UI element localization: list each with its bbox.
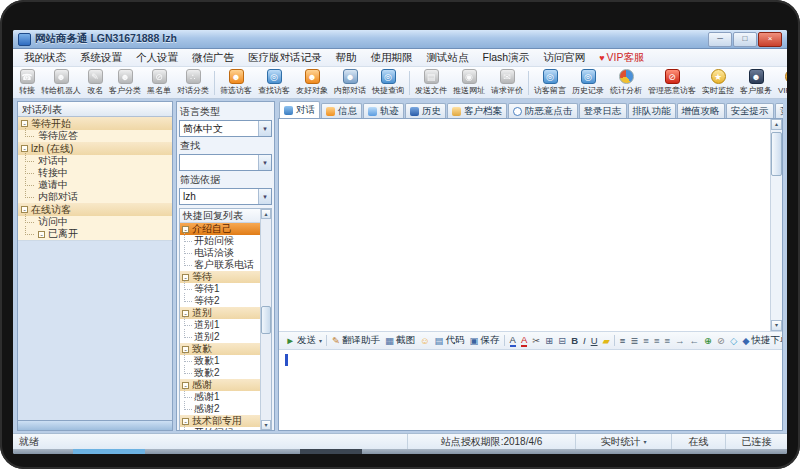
align-right-button[interactable]: ≡ bbox=[662, 335, 673, 346]
quick-reply-scrollbar[interactable]: ▴ ▾ bbox=[260, 209, 271, 430]
send-button[interactable]: ►发送▾ bbox=[283, 334, 324, 347]
tab-value-added[interactable]: 增值攻略 bbox=[677, 103, 725, 118]
dropdown-arrow-icon[interactable]: ▾ bbox=[258, 155, 271, 170]
reply-item[interactable]: 等待2 bbox=[180, 295, 261, 307]
message-input[interactable] bbox=[279, 350, 782, 430]
tree-item[interactable]: 访问中 bbox=[18, 216, 172, 228]
tab-history[interactable]: 历史 bbox=[405, 103, 446, 118]
indent-button[interactable]: → bbox=[673, 335, 688, 346]
tab-customer-file[interactable]: 客户档案 bbox=[447, 103, 507, 118]
reply-item[interactable]: 客户联系电话 bbox=[180, 259, 261, 271]
tab-login-log[interactable]: 登录日志 bbox=[579, 103, 627, 118]
dropdown-arrow-icon[interactable]: ▾ bbox=[258, 189, 271, 204]
reply-item[interactable]: 开始问候 bbox=[180, 427, 261, 430]
collapse-icon[interactable]: - bbox=[21, 120, 28, 127]
menu-test-site[interactable]: 测试站点 bbox=[420, 51, 476, 65]
reply-item[interactable]: 电话洽谈 bbox=[180, 247, 261, 259]
highlight-button[interactable]: ▰ bbox=[600, 335, 612, 346]
tab-track[interactable]: 轨迹 bbox=[363, 103, 404, 118]
history-records-button[interactable]: ◎历史记录 bbox=[570, 68, 606, 97]
emoji-button[interactable]: ☺ bbox=[417, 335, 432, 346]
cut-button[interactable]: ✂ bbox=[530, 335, 543, 346]
transfer-to-robot-button[interactable]: ☻转给机器人 bbox=[39, 68, 83, 97]
tab-info[interactable]: 信息 bbox=[321, 103, 362, 118]
outdent-button[interactable]: ← bbox=[687, 335, 702, 346]
request-rating-button[interactable]: ✉请求评价 bbox=[489, 68, 525, 97]
collapse-icon[interactable]: - bbox=[21, 206, 28, 213]
screenshot-button[interactable]: ▦截图 bbox=[382, 334, 417, 347]
filter-select[interactable]: lzh ▾ bbox=[179, 188, 272, 205]
dropdown-arrow-icon[interactable]: ▾ bbox=[319, 337, 322, 344]
tab-security-tips[interactable]: 安全提示 bbox=[726, 103, 774, 118]
reply-group[interactable]: -致歉 bbox=[180, 343, 261, 355]
tab-queue[interactable]: 排队功能 bbox=[628, 103, 676, 118]
transfer-button[interactable]: ☎转接 bbox=[17, 68, 37, 97]
collapse-icon[interactable]: - bbox=[182, 382, 189, 389]
align-center-button[interactable]: ≡ bbox=[651, 335, 662, 346]
scroll-up-icon[interactable]: ▴ bbox=[261, 209, 271, 219]
reply-item[interactable]: 道别2 bbox=[180, 331, 261, 343]
reply-item[interactable]: 致歉1 bbox=[180, 355, 261, 367]
chat-display[interactable]: ▴ ▾ bbox=[279, 119, 782, 331]
menu-usage-period[interactable]: 使用期限 bbox=[364, 51, 420, 65]
collapse-icon[interactable]: - bbox=[38, 231, 45, 238]
menu-medical-chat-log[interactable]: 医疗版对话记录 bbox=[241, 51, 329, 65]
scrollbar-thumb[interactable] bbox=[261, 306, 271, 334]
realtime-monitor-button[interactable]: ★实时监控 bbox=[700, 68, 736, 97]
close-button[interactable]: × bbox=[758, 32, 782, 47]
paste-button[interactable]: ⊟ bbox=[556, 335, 569, 346]
tree-item[interactable]: 等待应答 bbox=[18, 130, 172, 142]
tree-item[interactable]: -已离开 bbox=[18, 228, 172, 240]
chat-category-button[interactable]: ∴对话分类 bbox=[175, 68, 211, 97]
font-color-button[interactable]: A bbox=[507, 334, 518, 347]
customer-service-button[interactable]: ☻客户服务 bbox=[738, 68, 774, 97]
collapse-icon[interactable]: - bbox=[182, 346, 189, 353]
ordered-list-button[interactable]: ≡ bbox=[617, 335, 628, 346]
collapse-icon[interactable]: - bbox=[182, 310, 189, 317]
reply-group[interactable]: -技术部专用 bbox=[180, 415, 261, 427]
menu-vip-service[interactable]: ♥VIP客服 bbox=[592, 51, 651, 65]
group-online-visitors[interactable]: -在线访客 bbox=[18, 203, 172, 216]
italic-button[interactable]: I bbox=[581, 335, 589, 346]
save-button[interactable]: ▣保存 bbox=[467, 334, 502, 347]
group-lzh-online[interactable]: -lzh (在线) bbox=[18, 142, 172, 155]
menu-my-status[interactable]: 我的状态 bbox=[17, 51, 73, 65]
quick-query-button[interactable]: ◎快捷查询 bbox=[370, 68, 406, 97]
reply-item[interactable]: 致歉2 bbox=[180, 367, 261, 379]
reply-item[interactable]: 道别1 bbox=[180, 319, 261, 331]
scroll-up-icon[interactable]: ▴ bbox=[771, 119, 782, 130]
reply-group[interactable]: -介绍自己 bbox=[180, 223, 261, 235]
tree-item[interactable]: 对话中 bbox=[18, 155, 172, 167]
chat-scrollbar[interactable]: ▴ ▾ bbox=[770, 119, 782, 331]
restore-button[interactable]: □ bbox=[733, 32, 757, 47]
menu-flash-demo[interactable]: Flash演示 bbox=[476, 51, 537, 65]
tab-bidding-guard[interactable]: 竞价卫士 bbox=[775, 103, 784, 118]
eraser-button[interactable]: ⊘ bbox=[714, 335, 727, 346]
reply-item[interactable]: 开始问候 bbox=[180, 235, 261, 247]
tab-anti-click[interactable]: 防恶意点击 bbox=[508, 103, 578, 118]
rename-button[interactable]: ✎改名 bbox=[85, 68, 105, 97]
menu-wechat-ads[interactable]: 微信广告 bbox=[185, 51, 241, 65]
manage-malicious-button[interactable]: ⊘管理恶意访客 bbox=[646, 68, 698, 97]
vip-service-button[interactable]: ◉VIP客服 bbox=[776, 68, 787, 97]
scroll-down-icon[interactable]: ▾ bbox=[771, 320, 782, 331]
reply-group[interactable]: -感谢 bbox=[180, 379, 261, 391]
reply-item[interactable]: 感谢1 bbox=[180, 391, 261, 403]
group-waiting[interactable]: -等待开始 bbox=[18, 117, 172, 130]
menu-official-site[interactable]: 访问官网 bbox=[536, 51, 592, 65]
link-button[interactable]: ⊕ bbox=[702, 335, 715, 346]
visitor-messages-button[interactable]: ◎访客留言 bbox=[532, 68, 568, 97]
tree-item[interactable]: 内部对话 bbox=[18, 191, 172, 203]
reply-group[interactable]: -道别 bbox=[180, 307, 261, 319]
menu-personal-settings[interactable]: 个人设置 bbox=[129, 51, 185, 65]
stats-analysis-button[interactable]: 统计分析 bbox=[608, 68, 644, 97]
reply-item[interactable]: 等待1 bbox=[180, 283, 261, 295]
search-select[interactable]: ▾ bbox=[179, 154, 272, 171]
collapse-icon[interactable]: - bbox=[182, 274, 189, 281]
push-url-button[interactable]: ◉推送网址 bbox=[451, 68, 487, 97]
find-visitors-button[interactable]: ◎查找访客 bbox=[256, 68, 292, 97]
underline-button[interactable]: U bbox=[588, 335, 600, 346]
font-color-red-button[interactable]: A bbox=[518, 334, 529, 347]
send-file-button[interactable]: ▤发送文件 bbox=[413, 68, 449, 97]
tree-item[interactable]: 邀请中 bbox=[18, 179, 172, 191]
